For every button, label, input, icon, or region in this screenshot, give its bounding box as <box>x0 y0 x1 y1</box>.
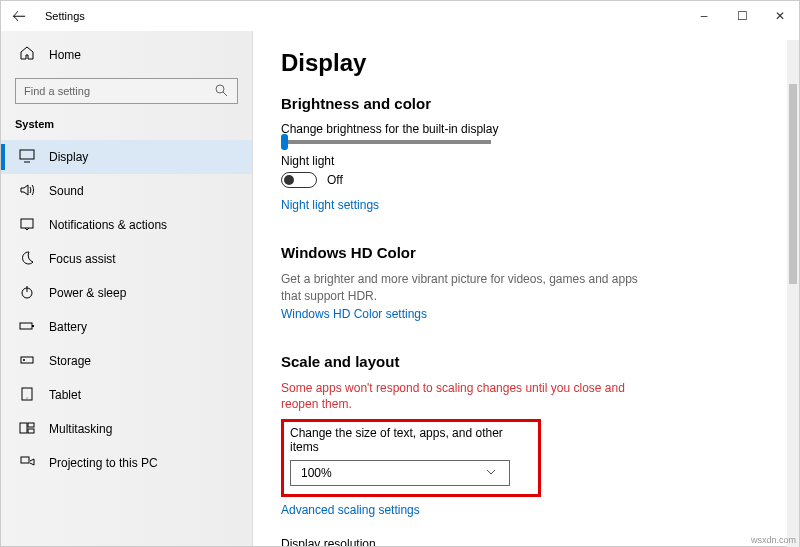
settings-window: 🡠 Settings – ☐ ✕ Home Find a setting Sys… <box>0 0 800 547</box>
toggle-knob <box>284 175 294 185</box>
hdcolor-desc: Get a brighter and more vibrant picture … <box>281 271 651 305</box>
back-button[interactable]: 🡠 <box>7 8 31 24</box>
sidebar-item-battery[interactable]: Battery <box>1 310 252 344</box>
display-resolution-label: Display resolution <box>281 537 771 546</box>
home-nav[interactable]: Home <box>1 39 252 70</box>
notifications-icon <box>19 216 35 235</box>
nav-list: Display Sound Notifications & actions Fo… <box>1 140 252 546</box>
watermark: wsxdn.com <box>751 535 796 545</box>
display-icon <box>19 148 35 167</box>
main-content: Display Brightness and color Change brig… <box>253 31 799 546</box>
category-header: System <box>1 114 252 140</box>
scale-highlight: Change the size of text, apps, and other… <box>281 419 541 497</box>
scale-dropdown-label: Change the size of text, apps, and other… <box>290 426 532 454</box>
search-icon <box>213 82 229 100</box>
scale-dropdown[interactable]: 100% <box>290 460 510 486</box>
window-title: Settings <box>45 10 85 22</box>
svg-point-12 <box>27 397 28 398</box>
nightlight-toggle[interactable] <box>281 172 317 188</box>
svg-rect-7 <box>20 323 32 329</box>
hdcolor-settings-link[interactable]: Windows HD Color settings <box>281 307 427 321</box>
power-icon <box>19 284 35 303</box>
multitasking-icon <box>19 420 35 439</box>
svg-line-1 <box>223 92 227 96</box>
svg-rect-15 <box>28 429 34 433</box>
moon-icon <box>19 250 35 269</box>
svg-rect-4 <box>21 219 33 228</box>
svg-rect-2 <box>20 150 34 159</box>
projecting-icon <box>19 454 35 473</box>
sidebar-item-label: Multitasking <box>49 422 112 436</box>
sidebar-item-projecting[interactable]: Projecting to this PC <box>1 446 252 480</box>
minimize-button[interactable]: – <box>685 1 723 31</box>
sidebar: Home Find a setting System Display Sound <box>1 31 253 546</box>
sidebar-item-label: Focus assist <box>49 252 116 266</box>
titlebar: 🡠 Settings – ☐ ✕ <box>1 1 799 31</box>
svg-point-0 <box>216 85 224 93</box>
sidebar-item-tablet[interactable]: Tablet <box>1 378 252 412</box>
brightness-slider[interactable] <box>281 140 491 144</box>
sound-icon <box>19 182 35 201</box>
sidebar-item-label: Storage <box>49 354 91 368</box>
svg-point-10 <box>23 359 25 361</box>
close-button[interactable]: ✕ <box>761 1 799 31</box>
sidebar-item-label: Power & sleep <box>49 286 126 300</box>
sidebar-item-sound[interactable]: Sound <box>1 174 252 208</box>
scrollbar[interactable] <box>787 40 799 547</box>
storage-icon <box>19 352 35 371</box>
home-icon <box>19 45 35 64</box>
svg-rect-16 <box>21 457 29 463</box>
sidebar-item-label: Tablet <box>49 388 81 402</box>
scrollbar-thumb[interactable] <box>789 84 797 284</box>
sidebar-item-power[interactable]: Power & sleep <box>1 276 252 310</box>
sidebar-item-label: Projecting to this PC <box>49 456 158 470</box>
scale-warning: Some apps won't respond to scaling chang… <box>281 380 651 414</box>
chevron-down-icon <box>483 464 499 483</box>
svg-rect-8 <box>32 325 34 327</box>
nightlight-state: Off <box>327 173 343 187</box>
search-input[interactable]: Find a setting <box>15 78 238 104</box>
sidebar-item-label: Display <box>49 150 88 164</box>
section-scale: Scale and layout <box>281 353 771 370</box>
sidebar-item-notifications[interactable]: Notifications & actions <box>1 208 252 242</box>
maximize-button[interactable]: ☐ <box>723 1 761 31</box>
brightness-slider-label: Change brightness for the built-in displ… <box>281 122 771 136</box>
advanced-scaling-link[interactable]: Advanced scaling settings <box>281 503 420 517</box>
tablet-icon <box>19 386 35 405</box>
svg-rect-9 <box>21 357 33 363</box>
home-label: Home <box>49 48 81 62</box>
sidebar-item-storage[interactable]: Storage <box>1 344 252 378</box>
nightlight-settings-link[interactable]: Night light settings <box>281 198 379 212</box>
search-placeholder: Find a setting <box>24 85 90 97</box>
sidebar-item-label: Notifications & actions <box>49 218 167 232</box>
section-brightness: Brightness and color <box>281 95 771 112</box>
sidebar-item-focus-assist[interactable]: Focus assist <box>1 242 252 276</box>
scale-dropdown-value: 100% <box>301 466 332 480</box>
sidebar-item-multitasking[interactable]: Multitasking <box>1 412 252 446</box>
sidebar-item-display[interactable]: Display <box>1 140 252 174</box>
section-hdcolor: Windows HD Color <box>281 244 771 261</box>
svg-rect-14 <box>28 423 34 427</box>
battery-icon <box>19 318 35 337</box>
sidebar-item-label: Battery <box>49 320 87 334</box>
sidebar-item-label: Sound <box>49 184 84 198</box>
svg-rect-13 <box>20 423 27 433</box>
page-title: Display <box>281 49 771 77</box>
slider-thumb[interactable] <box>281 134 288 150</box>
nightlight-label: Night light <box>281 154 771 168</box>
